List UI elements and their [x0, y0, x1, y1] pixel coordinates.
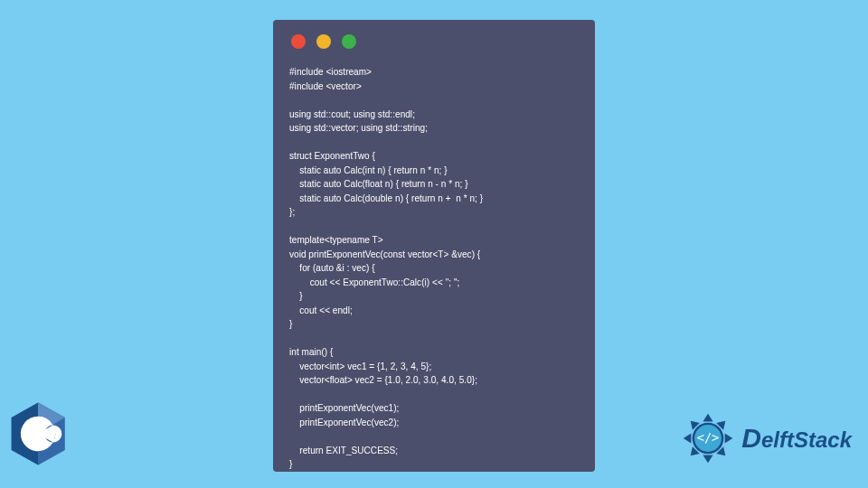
brand-initial: D — [741, 423, 761, 454]
minimize-icon — [316, 34, 331, 49]
delftstack-icon: </> — [680, 410, 736, 466]
brand-name: DelftStack — [741, 423, 852, 454]
code-block: #include <iostream> #include <vector> us… — [289, 65, 579, 472]
svg-rect-6 — [56, 428, 58, 434]
svg-marker-7 — [703, 414, 713, 422]
svg-marker-11 — [703, 455, 713, 464]
code-window: #include <iostream> #include <vector> us… — [273, 20, 595, 472]
cpp-logo-icon — [9, 401, 67, 466]
svg-rect-4 — [48, 428, 50, 434]
maximize-icon — [342, 34, 356, 49]
brand-rest: elftStack — [761, 427, 852, 453]
svg-marker-13 — [684, 433, 692, 443]
svg-text:</>: </> — [697, 430, 720, 445]
window-controls — [289, 34, 579, 49]
svg-marker-9 — [725, 433, 733, 443]
brand-logo: </> DelftStack — [680, 410, 852, 466]
close-icon — [291, 34, 306, 49]
